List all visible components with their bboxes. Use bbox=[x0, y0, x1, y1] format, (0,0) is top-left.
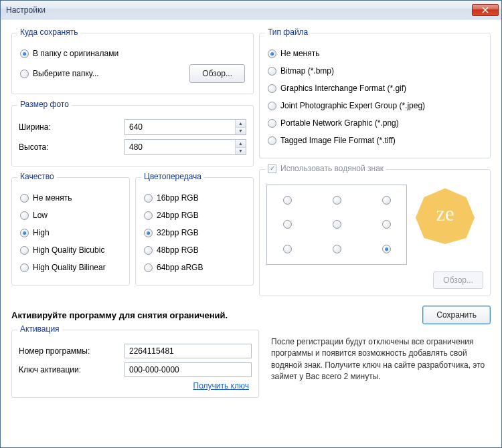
watermark-position-radio bbox=[333, 196, 341, 205]
legend-color: Цветопередача bbox=[141, 172, 204, 181]
color-option[interactable]: 32bpp RGB bbox=[144, 226, 245, 239]
width-input[interactable] bbox=[125, 120, 235, 134]
spin-up-icon[interactable]: ▲ bbox=[236, 120, 246, 128]
radio-label: 48bpp RGB bbox=[157, 245, 199, 255]
app-logo: ze bbox=[415, 185, 475, 245]
radio-label: Graphics Interchange Format (*.gif) bbox=[280, 84, 406, 93]
radio-icon bbox=[268, 49, 276, 58]
radio-icon bbox=[144, 263, 153, 272]
radio-label: 16bpp RGB bbox=[157, 193, 199, 203]
watermark-checkbox bbox=[268, 164, 276, 173]
watermark-position-radio bbox=[382, 245, 391, 253]
save-button[interactable]: Сохранить bbox=[422, 306, 491, 324]
radio-icon bbox=[20, 263, 29, 272]
activate-title: Активируйте программу для снятия огранич… bbox=[11, 310, 422, 320]
radio-label: Выберите папку... bbox=[33, 69, 99, 78]
radio-label: В папку с оригиналами bbox=[33, 49, 118, 58]
radio-icon bbox=[20, 194, 29, 203]
program-number-label: Номер программы: bbox=[19, 346, 119, 356]
group-quality: Качество Не менятьLowHighHigh Quality Bi… bbox=[11, 177, 130, 286]
radio-label: Joint Photographic Expert Group (*.jpeg) bbox=[280, 101, 425, 110]
spin-down-icon[interactable]: ▼ bbox=[236, 128, 246, 135]
group-save-to: Куда сохранять В папку с оригиналами Выб… bbox=[11, 33, 254, 94]
watermark-position-grid bbox=[266, 185, 407, 265]
radio-label: Low bbox=[33, 211, 48, 220]
legend-activation: Активация bbox=[17, 324, 62, 334]
quality-option[interactable]: Low bbox=[20, 209, 121, 222]
activation-key-label: Ключ активации: bbox=[19, 365, 119, 374]
watermark-checkbox-label: Использовать водяной знак bbox=[280, 164, 384, 173]
spin-down-icon[interactable]: ▼ bbox=[236, 148, 246, 155]
window-title: Настройки bbox=[6, 5, 472, 15]
radio-label: High bbox=[33, 228, 50, 237]
filetype-option[interactable]: Tagged Image File Format (*.tiff) bbox=[268, 134, 482, 147]
group-watermark: Использовать водяной знак ze Обзор... bbox=[259, 169, 491, 296]
legend-quality: Качество bbox=[17, 172, 57, 181]
radio-label: High Quality Bicubic bbox=[33, 245, 104, 255]
group-activation: Активация Номер программы: Ключ активаци… bbox=[11, 330, 259, 398]
radio-icon bbox=[268, 84, 276, 93]
filetype-option[interactable]: Joint Photographic Expert Group (*.jpeg) bbox=[268, 99, 482, 112]
radio-label: High Quality Bilinear bbox=[33, 263, 106, 272]
width-spinner[interactable]: ▲ ▼ bbox=[124, 119, 246, 135]
radio-icon bbox=[144, 211, 153, 220]
quality-option[interactable]: High Quality Bilinear bbox=[20, 261, 121, 274]
radio-icon bbox=[144, 194, 153, 203]
quality-option[interactable]: High Quality Bicubic bbox=[20, 243, 121, 257]
radio-label: Bitmap (*.bmp) bbox=[280, 66, 334, 76]
group-filetype: Тип файла Не менятьBitmap (*.bmp)Graphic… bbox=[259, 33, 491, 158]
activation-info-text: После регистрации будут отключены все ог… bbox=[271, 336, 488, 383]
radio-icon bbox=[268, 119, 276, 128]
browse-folder-button[interactable]: Обзор... bbox=[189, 64, 245, 83]
radio-icon bbox=[268, 67, 276, 76]
radio-label: 24bpp RGB bbox=[157, 211, 199, 220]
legend-save-to: Куда сохранять bbox=[17, 27, 81, 37]
legend-filetype: Тип файла bbox=[265, 27, 311, 37]
radio-icon bbox=[20, 70, 29, 78]
radio-label: Не менять bbox=[33, 193, 72, 203]
watermark-position-radio bbox=[333, 245, 341, 253]
quality-option[interactable]: High bbox=[20, 226, 121, 239]
legend-size: Размер фото bbox=[17, 100, 72, 109]
radio-icon bbox=[144, 246, 153, 255]
filetype-option[interactable]: Portable Network Graphic (*.png) bbox=[268, 116, 482, 130]
height-label: Высота: bbox=[19, 142, 119, 152]
radio-label: 64bpp aRGB bbox=[157, 263, 203, 272]
watermark-position-radio bbox=[283, 245, 292, 253]
radio-icon bbox=[20, 229, 29, 237]
radio-label: Tagged Image File Format (*.tiff) bbox=[280, 136, 396, 145]
titlebar: Настройки bbox=[1, 1, 501, 19]
watermark-browse-button: Обзор... bbox=[433, 271, 483, 289]
watermark-position-radio bbox=[283, 196, 292, 205]
radio-label: Portable Network Graphic (*.png) bbox=[280, 118, 399, 128]
watermark-position-radio bbox=[333, 220, 341, 229]
color-option[interactable]: 24bpp RGB bbox=[144, 209, 245, 222]
filetype-option[interactable]: Не менять bbox=[268, 47, 482, 60]
radio-save-originals[interactable]: В папку с оригиналами bbox=[20, 47, 245, 60]
spin-up-icon[interactable]: ▲ bbox=[236, 140, 246, 148]
height-spinner[interactable]: ▲ ▼ bbox=[124, 139, 246, 155]
activation-key-input[interactable] bbox=[124, 362, 252, 377]
close-button[interactable] bbox=[472, 4, 499, 16]
radio-label: 32bpp RGB bbox=[157, 228, 199, 237]
color-option[interactable]: 16bpp RGB bbox=[144, 191, 245, 205]
svg-text:ze: ze bbox=[436, 203, 454, 225]
get-key-link[interactable]: Получить ключ bbox=[193, 381, 249, 390]
radio-icon bbox=[20, 49, 29, 58]
watermark-position-radio bbox=[382, 220, 391, 229]
radio-icon bbox=[20, 246, 29, 255]
color-option[interactable]: 64bpp aRGB bbox=[144, 261, 245, 274]
quality-option[interactable]: Не менять bbox=[20, 191, 121, 205]
width-label: Ширина: bbox=[19, 122, 119, 132]
radio-icon bbox=[268, 102, 276, 110]
radio-icon bbox=[268, 136, 276, 145]
program-number-input[interactable] bbox=[124, 344, 252, 358]
height-input[interactable] bbox=[125, 140, 235, 154]
filetype-option[interactable]: Bitmap (*.bmp) bbox=[268, 64, 482, 78]
color-option[interactable]: 48bpp RGB bbox=[144, 243, 245, 257]
radio-icon bbox=[20, 211, 29, 220]
filetype-option[interactable]: Graphics Interchange Format (*.gif) bbox=[268, 82, 482, 95]
group-size: Размер фото Ширина: ▲ ▼ Высота: bbox=[11, 105, 254, 166]
radio-icon bbox=[144, 229, 153, 237]
radio-save-choose[interactable]: Выберите папку... bbox=[20, 69, 99, 78]
